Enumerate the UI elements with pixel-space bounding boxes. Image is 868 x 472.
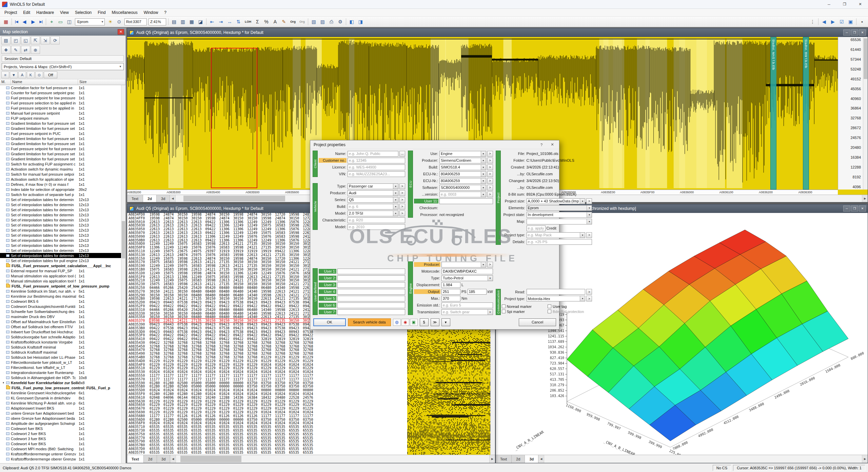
map-row[interactable]: Switch for activating FUP assignment c1x… — [0, 161, 125, 166]
window-titlebar[interactable]: Audi Q5 (Original) as Eprom, SCB00S40000… — [127, 28, 868, 37]
field-combo-elements[interactable]: Eprom▼ — [527, 205, 592, 211]
map-row[interactable]: Kraftstoffforderermenge unterer Grenzv1x… — [0, 451, 125, 456]
field-input-max[interactable] — [441, 296, 460, 301]
horizontal-scrollbar-thumb[interactable] — [180, 456, 241, 462]
field-input-output[interactable] — [441, 289, 460, 295]
map-row[interactable]: Fuel pressure setpoint for fast pressure… — [0, 146, 125, 151]
dialog-titlebar[interactable]: Project properties ? ✕ — [310, 140, 559, 149]
prev-version-icon[interactable]: ◀ — [20, 18, 28, 26]
checkbox-spi-marker[interactable]: Spi marker — [502, 310, 546, 314]
map-row[interactable]: Fuel pressure setpoint for low pressure1… — [0, 95, 125, 100]
field-combo-version[interactable]: e.g. 0003▼ — [439, 192, 486, 197]
ok-button[interactable]: OK — [313, 318, 346, 326]
window-minimize-button[interactable]: ─ — [843, 29, 850, 36]
tab-2d[interactable]: 2d — [143, 195, 157, 202]
toolbar-overflow-icon[interactable]: ⋮ — [808, 18, 817, 26]
text-view-icon[interactable]: ▤ — [170, 18, 178, 26]
help-button[interactable]: ? — [537, 141, 546, 148]
field-input-emission-std[interactable] — [441, 302, 493, 308]
map-row[interactable]: Filterzeitkonst. fuer kffiafnf_w_LT1x1 — [0, 365, 125, 370]
byte-order-icon[interactable]: ⇅ — [234, 18, 243, 26]
field-input-vin[interactable] — [348, 171, 405, 177]
last-version-icon[interactable]: ▶| — [38, 18, 44, 26]
menu-project[interactable]: Project — [1, 9, 20, 16]
print-icon[interactable]: ⎙ — [327, 18, 336, 26]
dock-left-icon[interactable]: ◧ — [348, 18, 356, 26]
menu-view[interactable]: View — [57, 9, 72, 16]
map-row[interactable]: obere Grenze fuer Adaptionswert beda1x1 — [0, 416, 125, 421]
map-row[interactable]: Gradient limitation for fuel pressure se… — [0, 126, 125, 131]
expand-button[interactable]: > — [399, 197, 405, 203]
map-row[interactable]: Kraftstoffsolldruck konstante Vorgabe1x1 — [0, 339, 125, 345]
dollar-button[interactable]: $ — [420, 318, 429, 326]
rotation-input[interactable]: Rot:3307 — [124, 18, 147, 25]
selection-rectangle[interactable] — [211, 48, 257, 188]
field-input-licence[interactable] — [348, 164, 405, 170]
field-input-user-6[interactable] — [337, 302, 405, 308]
field-combo-build[interactable]: e.g. 6▼ — [348, 204, 398, 210]
map-row[interactable]: Schwelle fuer Sollwertabweichung des1x1 — [0, 309, 125, 314]
expand-button[interactable]: > — [586, 296, 592, 301]
map-row[interactable]: External request for manual FUP_SP1x1 — [0, 268, 125, 273]
map-row[interactable]: untere Grenze fuer Adaptionswert bed1x1 — [0, 411, 125, 416]
menu-window[interactable]: Window — [141, 9, 161, 16]
field-combo-map[interactable]: ▼ — [527, 219, 592, 224]
field-input-user-1[interactable] — [337, 269, 405, 274]
map-folder-row[interactable]: FUSL_Fuel_pressure_setpoint_of_low_press… — [0, 283, 125, 289]
field-input-user-3[interactable] — [337, 282, 405, 288]
expand-button[interactable]: > — [487, 185, 493, 191]
menu-edit[interactable]: Edit — [20, 9, 33, 16]
map-row[interactable]: Solldruck in Abhaengigkeit der HDP- Tc10… — [0, 375, 125, 380]
map-row[interactable]: Kennlinie Wichtung P-Anteil abh. von p6x… — [0, 400, 125, 406]
expand-button[interactable]: > — [399, 183, 405, 189]
field-combo-ecu-nr[interactable]: 80A906259▼ — [439, 178, 486, 184]
map-row[interactable]: Set of interpolation tables for determin… — [0, 197, 125, 202]
next-window-icon[interactable]: ▶ — [829, 18, 837, 26]
cancel-button[interactable]: Cancel — [519, 318, 556, 326]
map-row[interactable]: Adaptionswert Inwert BKS1x1 — [0, 406, 125, 411]
field-combo-producer[interactable]: Audi▼ — [348, 190, 398, 196]
mini-window-icon[interactable]: ▪ — [858, 18, 866, 26]
scroll-right-icon[interactable]: ▶ — [489, 455, 495, 463]
field-combo-transmission[interactable]: e.g. Switch gear▼ — [441, 309, 493, 315]
map-row[interactable]: Set of interpolation tables for determin… — [0, 253, 125, 258]
expand-button[interactable]: > — [586, 289, 592, 295]
close-button[interactable]: ✕ — [852, 0, 868, 8]
list-scrollbar[interactable] — [121, 85, 125, 463]
map-row[interactable]: Offset auf Solldruck bei offenem FTIV1x1 — [0, 324, 125, 329]
scroll-left-icon[interactable]: ◀ — [170, 455, 176, 463]
field-combo-build[interactable]: SIMOS18.4▼ — [439, 164, 486, 170]
column-width-icon[interactable]: ↔ — [225, 18, 234, 26]
map-row[interactable]: Set of interpolation tables for determin… — [0, 217, 125, 222]
split-view-icon[interactable]: ◪ — [196, 18, 205, 26]
map-row[interactable]: Gradient limitation for fuel pressure se… — [0, 151, 125, 156]
field-combo-producer[interactable]: ▼ — [441, 262, 486, 268]
dropdown-button[interactable]: ▾ — [441, 318, 450, 326]
map-row[interactable]: Solldruck Kraftstoff minimal1x1 — [0, 345, 125, 350]
checkbox-box[interactable] — [502, 304, 506, 308]
expand-button[interactable]: > — [399, 211, 405, 216]
map-row[interactable]: Codewort Druckausgleichsventil-Funkti1x1 — [0, 304, 125, 309]
tab-3d[interactable]: 3d — [157, 455, 170, 463]
field-combo-type[interactable]: Turbo-Petrol▼ — [441, 275, 493, 281]
dock-right-icon[interactable]: ◨ — [356, 18, 365, 26]
map-row[interactable]: Gradient limitation for fuel pressure se… — [0, 156, 125, 161]
map-row[interactable]: Correlation factor for fuel pressure se1… — [0, 85, 125, 90]
project-window-icon[interactable]: ◱ — [21, 36, 30, 44]
expand-button[interactable]: > — [399, 204, 405, 210]
import-icon[interactable]: ⇱ — [31, 36, 40, 44]
map-row[interactable]: Activation switch for application of spe… — [0, 177, 125, 182]
window-close-button[interactable]: ✕ — [859, 29, 866, 36]
settings-icon[interactable]: ⚙ — [336, 18, 344, 26]
field-combo-ecu-nr[interactable]: 80A906259▼ — [439, 171, 486, 177]
dialog-close-button[interactable]: ✕ — [548, 141, 557, 148]
window-maximize-button[interactable]: ❐ — [851, 205, 858, 212]
map-row[interactable]: Kennlinie Grenzwert Hochdruckregelve6x1 — [0, 390, 125, 395]
tab-3d[interactable]: 3d — [157, 195, 170, 202]
map-row[interactable]: Codewort 4 fuer BKS1x1 — [0, 441, 125, 446]
expand-button[interactable]: > — [586, 232, 592, 238]
diff-view-icon[interactable]: ▨ — [318, 18, 327, 26]
map-row[interactable]: Manual fuel pressure setpoint1x1 — [0, 111, 125, 116]
expand-button[interactable]: > — [399, 190, 405, 196]
panel-titlebar[interactable]: Map selection ✕ — [0, 28, 125, 36]
